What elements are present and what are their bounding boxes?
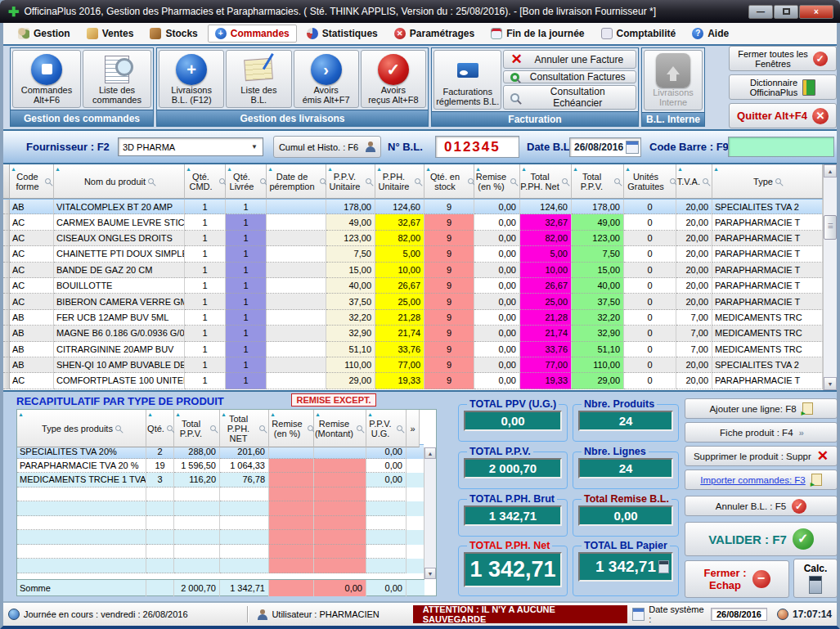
column-header[interactable]: ▲Remise (Montant) <box>314 410 366 447</box>
column-header[interactable]: ▲Qté. <box>146 410 174 447</box>
menu-stocks[interactable]: Stocks <box>143 25 204 42</box>
cumul-histo-button[interactable]: Cumul et Histo. : F6 <box>273 136 381 158</box>
row-selector[interactable] <box>3 278 10 294</box>
recap-vertical-scrollbar[interactable]: ▲ ▼ <box>424 447 436 579</box>
column-header[interactable]: ▲Unités Gratuites <box>624 164 676 199</box>
table-row[interactable]: ACBOUILLOTTE1140,0026,6790,0026,6740,000… <box>3 278 823 294</box>
menu-fin-journee[interactable]: Fin de la journée <box>484 25 591 42</box>
table-row[interactable] <box>17 545 424 559</box>
column-header[interactable]: ▲Remise (en %) <box>474 164 520 199</box>
column-header[interactable]: ▲Code forme <box>10 164 54 199</box>
column-header[interactable]: ▲Nom du produit <box>54 164 185 199</box>
fermer-fenetres-button[interactable]: Fermer toutes les Fenêtres ✓ <box>729 46 837 71</box>
row-selector[interactable] <box>3 214 10 230</box>
column-header[interactable]: ▲Total P.P.V. <box>174 410 220 447</box>
table-row[interactable]: MEDICAMENTS TRCHE 1 TVA 73116,2076,780,0… <box>17 473 424 487</box>
avoirs-emis-button[interactable]: › Avoirs émis Alt+F7 <box>294 50 359 108</box>
table-row[interactable]: ABFER UCB 12AMP BUV 5ML1132,2021,2890,00… <box>3 310 823 326</box>
calculator-icon[interactable] <box>658 560 669 573</box>
table-row[interactable]: ACBIBERON CAMERA VERRE GM1137,5025,0090,… <box>3 294 823 309</box>
maximize-button[interactable] <box>774 5 798 19</box>
facturations-reglements-button[interactable]: Facturations réglements B.L. <box>433 50 501 110</box>
fiche-produit-button[interactable]: Fiche produit : F4» <box>685 422 838 443</box>
calendar-icon[interactable] <box>626 141 639 154</box>
valider-button[interactable]: VALIDER : F7✓ <box>685 522 838 556</box>
column-header[interactable]: ▲Qté. Livrée <box>226 164 267 199</box>
minimize-button[interactable]: — <box>748 5 773 19</box>
table-row[interactable] <box>17 487 424 502</box>
row-selector[interactable] <box>3 231 10 246</box>
column-header[interactable]: ▲Type des produits <box>17 410 146 447</box>
quitter-button[interactable]: Quitter Alt+F4 ✕ <box>729 103 837 128</box>
scroll-down-icon[interactable]: ▼ <box>424 568 436 579</box>
column-header[interactable]: ▲P.P.V. Unitaire <box>326 164 375 199</box>
fournisseur-select[interactable]: 3D PHARMA ▼ <box>118 137 263 156</box>
menu-gestion[interactable]: Gestion <box>11 25 77 42</box>
table-row[interactable]: ABCITRARGININE 20AMP BUV1151,1033,7690,0… <box>3 342 823 357</box>
menu-ventes[interactable]: Ventes <box>80 25 141 42</box>
annuler-bl-button[interactable]: Annuler B.L. : F5✓ <box>685 496 838 516</box>
fermer-button[interactable]: Fermer : Echap− <box>685 560 789 598</box>
calc-button[interactable]: Calc. <box>793 559 838 598</box>
column-header[interactable]: ▲Total P.PH. NET <box>220 410 269 447</box>
table-row[interactable]: ABSHEN-QI 10 AMP BUVABLE DE11110,0077,00… <box>3 357 823 373</box>
row-selector[interactable] <box>3 200 10 214</box>
avoirs-recus-button[interactable]: ✓ Avoirs reçus Alt+F8 <box>361 50 426 108</box>
chevron-down-icon[interactable]: ▼ <box>248 140 261 154</box>
table-row[interactable]: ACCISEAUX ONGLES DROITS11123,0082,0090,0… <box>3 231 823 246</box>
row-selector[interactable] <box>3 263 10 278</box>
scroll-up-icon[interactable]: ▲ <box>424 447 436 459</box>
consultation-factures-button[interactable]: Consultation Factures <box>503 70 636 83</box>
scroll-down-icon[interactable]: ▼ <box>824 377 837 390</box>
column-header[interactable]: ▲Remise (en %) <box>269 410 314 447</box>
row-selector[interactable] <box>3 326 10 341</box>
table-row[interactable]: ACCHAINETTE PTI DOUX SIMPLE117,505,0090,… <box>3 246 823 262</box>
bl-number-field[interactable]: 012345 <box>435 136 519 158</box>
table-row[interactable]: ABMAGNE B6 0.186 G/0.0936 G/0.1132,9021,… <box>3 326 823 341</box>
ajouter-ligne-button[interactable]: Ajouter une ligne: F8 <box>685 398 838 419</box>
column-header[interactable]: ▲Date de péremption <box>267 164 326 199</box>
column-header[interactable]: ▲Total P.PH. Net <box>520 164 572 199</box>
remise-except-button[interactable]: REMISE EXCEPT. <box>291 393 376 407</box>
menu-comptabilite[interactable]: Comptabilité <box>595 25 683 42</box>
row-selector[interactable] <box>3 373 10 389</box>
column-header[interactable]: ▲P.P.V. U.G. <box>366 410 407 447</box>
table-row[interactable] <box>17 559 424 573</box>
liste-commandes-button[interactable]: Liste des commandes <box>83 50 151 108</box>
importer-commandes-button[interactable]: Importer commandes: F3 <box>685 470 838 490</box>
menu-statistiques[interactable]: Statistiques <box>300 25 384 42</box>
consultation-echeancier-button[interactable]: Consultation Echéancier <box>503 85 636 110</box>
barcode-input[interactable] <box>728 137 834 157</box>
table-row[interactable]: PARAPHARMACIE TVA 20 %191 596,501 064,33… <box>17 459 424 474</box>
menu-parametrages[interactable]: ✕Paramétrages <box>388 25 481 42</box>
table-row[interactable] <box>17 516 424 531</box>
column-header[interactable]: ▲P.PH. Unitaire <box>375 164 424 199</box>
row-selector[interactable] <box>3 246 10 262</box>
bl-date-field[interactable]: 26/08/2016 <box>569 137 641 157</box>
scroll-up-icon[interactable]: ▲ <box>824 164 837 177</box>
column-header[interactable]: ▲Qté. en stock <box>424 164 474 199</box>
row-selector[interactable] <box>3 310 10 326</box>
close-button[interactable]: × <box>799 5 833 19</box>
title-bar[interactable]: ✚ OfficinaPlus 2016, Gestion des Pharmac… <box>0 0 840 23</box>
table-row[interactable] <box>17 501 424 516</box>
table-row[interactable]: ACCOMFORTPLASTE 100 UNITEE1129,0019,3390… <box>3 373 823 389</box>
table-row[interactable]: ABVITALCOMPLEX BT 20 AMP11178,00124,6090… <box>3 199 823 214</box>
row-selector[interactable] <box>3 342 10 357</box>
row-selector[interactable] <box>3 357 10 373</box>
table-row[interactable]: ACCARMEX BAUME LEVRE STICK1149,0032,6790… <box>3 214 823 230</box>
column-header[interactable]: ▲T.V.A. <box>676 164 712 199</box>
menu-aide[interactable]: ?Aide <box>685 25 735 42</box>
commandes-button[interactable]: Commandes Alt+F6 <box>12 50 81 108</box>
expand-columns-icon[interactable]: » <box>407 410 420 447</box>
menu-commandes[interactable]: +Commandes <box>208 25 297 43</box>
column-header[interactable]: ▲Qté. CMD. <box>185 164 226 199</box>
scrollbar-thumb[interactable]: ☰ <box>824 215 837 240</box>
table-row[interactable]: ACBANDE DE GAZ 20 CM1115,0010,0090,0010,… <box>3 263 823 278</box>
livraisons-bl-button[interactable]: + Livraisons B.L. (F12) <box>159 50 224 108</box>
column-header[interactable]: ▲Type <box>712 164 823 199</box>
dictionnaire-button[interactable]: Dictionnaire OfficinaPlus <box>729 74 837 100</box>
annuler-facture-button[interactable]: ✕ Annuler une Facture <box>503 50 636 69</box>
row-selector[interactable] <box>3 294 10 309</box>
liste-bl-button[interactable]: Liste des B.L. <box>226 50 291 108</box>
